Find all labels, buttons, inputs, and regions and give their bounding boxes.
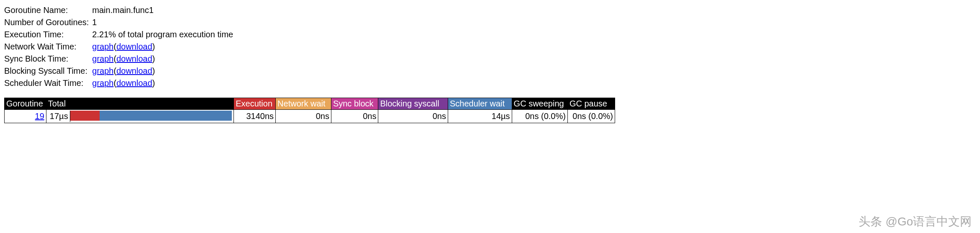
header-blocking: Blocking syscall: [378, 98, 448, 110]
cell-goroutine-id: 19: [5, 110, 46, 123]
header-gcpause: GC pause: [567, 98, 615, 110]
label-scheduler-wait: Scheduler Wait Time:: [4, 77, 92, 89]
cell-execution: 3140ns: [234, 110, 276, 123]
cell-network: 0ns: [276, 110, 331, 123]
header-sync: Sync block: [331, 98, 378, 110]
cell-total: 17µs: [46, 110, 233, 123]
network-graph-link[interactable]: graph: [92, 42, 113, 51]
goroutine-data-table: Goroutine Total Execution Network wait S…: [4, 98, 615, 123]
time-breakdown-bar: [70, 111, 232, 121]
cell-scheduler: 14µs: [448, 110, 512, 123]
cell-blocking: 0ns: [378, 110, 448, 123]
blocking-download-link[interactable]: download: [116, 66, 152, 75]
header-goroutine: Goroutine: [5, 98, 46, 110]
label-execution-time: Execution Time:: [4, 28, 92, 41]
value-network-wait: graph(download): [92, 41, 233, 53]
table-row: 19 17µs 3140ns 0ns 0ns 0ns 14µs 0ns (0.0…: [5, 110, 615, 123]
header-execution: Execution: [234, 98, 276, 110]
table-header-row: Goroutine Total Execution Network wait S…: [5, 98, 615, 110]
label-sync-block: Sync Block Time:: [4, 53, 92, 65]
header-total: Total: [46, 98, 233, 110]
scheduler-download-link[interactable]: download: [116, 78, 152, 88]
sync-download-link[interactable]: download: [116, 54, 152, 63]
goroutine-id-link[interactable]: 19: [35, 111, 44, 121]
bar-execution: [70, 111, 100, 121]
label-blocking-syscall: Blocking Syscall Time:: [4, 65, 92, 77]
value-num-goroutines: 1: [92, 16, 233, 28]
label-num-goroutines: Number of Goroutines:: [4, 16, 92, 28]
label-goroutine-name: Goroutine Name:: [4, 4, 92, 16]
value-execution-time: 2.21% of total program execution time: [92, 28, 233, 41]
label-network-wait: Network Wait Time:: [4, 41, 92, 53]
bar-scheduler: [100, 111, 232, 121]
network-download-link[interactable]: download: [116, 42, 152, 51]
blocking-graph-link[interactable]: graph: [92, 66, 113, 75]
cell-sync: 0ns: [331, 110, 378, 123]
cell-gcsweep: 0ns (0.0%): [512, 110, 567, 123]
value-scheduler-wait: graph(download): [92, 77, 233, 89]
header-network: Network wait: [276, 98, 331, 110]
header-scheduler: Scheduler wait: [448, 98, 512, 110]
scheduler-graph-link[interactable]: graph: [92, 78, 113, 88]
total-time-value: 17µs: [48, 111, 70, 122]
goroutine-info-table: Goroutine Name: main.main.func1 Number o…: [4, 4, 233, 89]
value-blocking-syscall: graph(download): [92, 65, 233, 77]
header-gcsweep: GC sweeping: [512, 98, 567, 110]
sync-graph-link[interactable]: graph: [92, 54, 113, 63]
cell-gcpause: 0ns (0.0%): [567, 110, 615, 123]
value-goroutine-name: main.main.func1: [92, 4, 233, 16]
value-sync-block: graph(download): [92, 53, 233, 65]
